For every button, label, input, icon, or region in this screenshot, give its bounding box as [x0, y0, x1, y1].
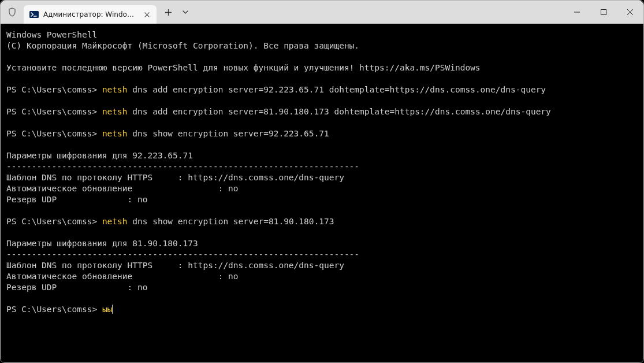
terminal-line: [6, 227, 638, 238]
terminal-line: PS C:\Users\comss> netsh dns add encrypt…: [6, 106, 638, 117]
maximize-button[interactable]: [590, 1, 617, 24]
powershell-icon: [29, 10, 39, 19]
terminal-line: [6, 139, 638, 150]
tab-title: Администратор: Windows Po: [43, 10, 138, 18]
terminal-line: Шаблон DNS по протоколу HTTPS : https://…: [6, 172, 638, 183]
command-token: netsh: [102, 217, 128, 226]
tab-dropdown-button[interactable]: [177, 4, 193, 20]
cursor: [112, 305, 113, 314]
command-token: netsh: [102, 85, 128, 94]
terminal-line: [6, 205, 638, 216]
terminal-line: Параметры шифрования для 92.223.65.71: [6, 150, 638, 161]
command-token: netsh: [102, 107, 128, 116]
terminal-line: ----------------------------------------…: [6, 249, 638, 260]
terminal-line: Параметры шифрования для 81.90.180.173: [6, 238, 638, 249]
terminal-line: ----------------------------------------…: [6, 161, 638, 172]
terminal-line: PS C:\Users\comss> ыы: [6, 304, 638, 315]
terminal-line: Резерв UDP : no: [6, 282, 638, 293]
terminal-line: Автоматическое обновление : no: [6, 271, 638, 282]
svg-rect-3: [601, 10, 606, 15]
terminal-line: [6, 293, 638, 304]
tab-active[interactable]: Администратор: Windows Po: [24, 5, 157, 24]
terminal-line: Автоматическое обновление : no: [6, 183, 638, 194]
terminal-line: PS C:\Users\comss> netsh dns add encrypt…: [6, 84, 638, 95]
terminal-output[interactable]: Windows PowerShell(C) Корпорация Майкрос…: [1, 24, 643, 363]
terminal-line: (C) Корпорация Майкрософт (Microsoft Cor…: [6, 40, 638, 51]
close-tab-button[interactable]: [142, 9, 152, 20]
terminal-line: PS C:\Users\comss> netsh dns show encryp…: [6, 216, 638, 227]
shield-icon: [1, 1, 24, 24]
terminal-line: Шаблон DNS по протоколу HTTPS : https://…: [6, 260, 638, 271]
terminal-line: Резерв UDP : no: [6, 194, 638, 205]
minimize-button[interactable]: [564, 1, 590, 24]
terminal-line: Установите последнюю версию PowerShell д…: [6, 62, 638, 73]
window-controls: [564, 1, 643, 24]
svg-rect-0: [29, 11, 39, 18]
command-token: ыы: [102, 305, 112, 314]
terminal-line: [6, 117, 638, 128]
terminal-line: [6, 95, 638, 106]
terminal-line: PS C:\Users\comss> netsh dns show encryp…: [6, 128, 638, 139]
close-window-button[interactable]: [617, 1, 643, 24]
window-titlebar: Администратор: Windows Po: [1, 1, 643, 24]
command-token: netsh: [102, 129, 128, 138]
terminal-line: Windows PowerShell: [6, 29, 638, 40]
new-tab-button[interactable]: [160, 4, 176, 20]
terminal-line: [6, 73, 638, 84]
terminal-line: [6, 51, 638, 62]
